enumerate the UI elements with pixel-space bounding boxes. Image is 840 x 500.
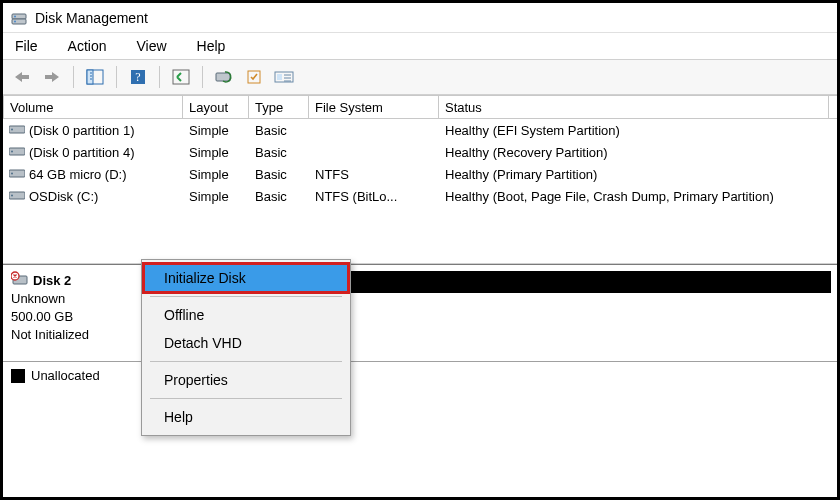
- menu-help[interactable]: Help: [191, 36, 232, 56]
- legend: Unallocated: [3, 362, 837, 389]
- disk-state: Unknown: [11, 290, 134, 308]
- disk-title: Disk 2: [11, 271, 134, 290]
- svg-point-2: [14, 15, 16, 17]
- menu-action[interactable]: Action: [62, 36, 113, 56]
- volume-list: Volume Layout Type File System Status (D…: [3, 95, 837, 264]
- volume-name: 64 GB micro (D:): [29, 167, 127, 182]
- titlebar: Disk Management: [3, 3, 837, 33]
- context-menu-initialize-disk[interactable]: Initialize Disk: [144, 264, 348, 292]
- volume-row[interactable]: 64 GB micro (D:) Simple Basic NTFS Healt…: [3, 163, 837, 185]
- volume-list-body: (Disk 0 partition 1) Simple Basic Health…: [3, 119, 837, 263]
- volume-icon: [9, 189, 25, 201]
- volume-status: Healthy (EFI System Partition): [439, 123, 829, 138]
- menu-file[interactable]: File: [9, 36, 44, 56]
- legend-swatch-unallocated: [11, 369, 25, 383]
- volume-status: Healthy (Recovery Partition): [439, 145, 829, 160]
- context-menu-help[interactable]: Help: [144, 403, 348, 431]
- context-menu-separator: [150, 398, 342, 399]
- volume-row[interactable]: OSDisk (C:) Simple Basic NTFS (BitLo... …: [3, 185, 837, 207]
- show-hide-console-tree-button[interactable]: [82, 64, 108, 90]
- volume-type: Basic: [249, 167, 309, 182]
- toolbar-separator: [159, 66, 160, 88]
- disk-panel: Disk 2 Unknown 500.00 GB Not Initialized…: [3, 264, 837, 362]
- volume-name: (Disk 0 partition 4): [29, 145, 134, 160]
- svg-rect-12: [277, 74, 282, 80]
- disk-error-icon: [11, 271, 29, 290]
- volume-list-header: Volume Layout Type File System Status: [3, 95, 837, 119]
- disk-management-icon: [11, 10, 27, 26]
- svg-text:?: ?: [135, 70, 140, 84]
- volume-row[interactable]: (Disk 0 partition 1) Simple Basic Health…: [3, 119, 837, 141]
- context-menu-separator: [150, 296, 342, 297]
- volume-type: Basic: [249, 123, 309, 138]
- volume-layout: Simple: [183, 167, 249, 182]
- disk-name: Disk 2: [33, 273, 71, 288]
- volume-icon: [9, 145, 25, 157]
- volume-status: Healthy (Primary Partition): [439, 167, 829, 182]
- col-header-filesystem[interactable]: File System: [309, 95, 439, 119]
- disk-size: 500.00 GB: [11, 308, 134, 326]
- svg-point-3: [14, 20, 16, 22]
- volume-name: (Disk 0 partition 1): [29, 123, 134, 138]
- col-header-spacer: [829, 95, 840, 119]
- svg-point-16: [11, 150, 13, 152]
- svg-rect-5: [87, 70, 93, 84]
- toolbar: ?: [3, 59, 837, 95]
- volume-fs: NTFS (BitLo...: [309, 189, 439, 204]
- svg-rect-9: [216, 73, 230, 81]
- volume-layout: Simple: [183, 189, 249, 204]
- toolbar-separator: [116, 66, 117, 88]
- context-menu-properties[interactable]: Properties: [144, 366, 348, 394]
- volume-status: Healthy (Boot, Page File, Crash Dump, Pr…: [439, 189, 829, 204]
- svg-point-18: [11, 172, 13, 174]
- settings-bottom-button[interactable]: [271, 64, 297, 90]
- context-menu-offline[interactable]: Offline: [144, 301, 348, 329]
- disk-graphic[interactable]: Initialize Disk Offline Detach VHD Prope…: [143, 265, 837, 361]
- volume-name: OSDisk (C:): [29, 189, 98, 204]
- context-menu-separator: [150, 361, 342, 362]
- col-header-type[interactable]: Type: [249, 95, 309, 119]
- volume-type: Basic: [249, 189, 309, 204]
- refresh-button[interactable]: [168, 64, 194, 90]
- volume-type: Basic: [249, 145, 309, 160]
- menu-view[interactable]: View: [130, 36, 172, 56]
- disk-info: Disk 2 Unknown 500.00 GB Not Initialized: [3, 265, 143, 361]
- menubar: File Action View Help: [3, 33, 837, 59]
- volume-layout: Simple: [183, 145, 249, 160]
- disk-row[interactable]: Disk 2 Unknown 500.00 GB Not Initialized…: [3, 265, 837, 362]
- back-button[interactable]: [9, 64, 35, 90]
- context-menu-detach-vhd[interactable]: Detach VHD: [144, 329, 348, 357]
- svg-point-20: [11, 194, 13, 196]
- disk-init: Not Initialized: [11, 326, 134, 344]
- col-header-volume[interactable]: Volume: [3, 95, 183, 119]
- col-header-status[interactable]: Status: [439, 95, 829, 119]
- legend-label-unallocated: Unallocated: [31, 368, 100, 383]
- svg-rect-8: [173, 70, 189, 84]
- toolbar-separator: [202, 66, 203, 88]
- toolbar-separator: [73, 66, 74, 88]
- volume-fs: NTFS: [309, 167, 439, 182]
- col-header-layout[interactable]: Layout: [183, 95, 249, 119]
- settings-top-button[interactable]: [241, 64, 267, 90]
- forward-button[interactable]: [39, 64, 65, 90]
- window-title: Disk Management: [35, 10, 148, 26]
- rescan-disks-button[interactable]: [211, 64, 237, 90]
- volume-icon: [9, 167, 25, 179]
- volume-row[interactable]: (Disk 0 partition 4) Simple Basic Health…: [3, 141, 837, 163]
- volume-layout: Simple: [183, 123, 249, 138]
- volume-icon: [9, 123, 25, 135]
- context-menu: Initialize Disk Offline Detach VHD Prope…: [141, 259, 351, 436]
- help-button[interactable]: ?: [125, 64, 151, 90]
- svg-point-14: [11, 128, 13, 130]
